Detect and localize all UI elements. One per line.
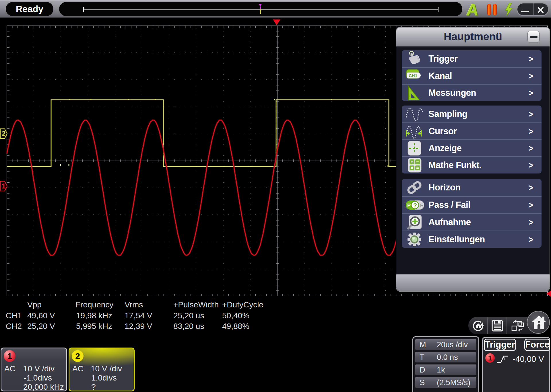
svg-text:F: F [420,203,423,208]
svg-text:P: P [407,203,411,208]
svg-text:2: 2 [2,130,5,137]
svg-text:?: ? [413,202,417,208]
svg-text:1: 1 [2,182,5,190]
svg-text:CH1: CH1 [409,73,417,78]
